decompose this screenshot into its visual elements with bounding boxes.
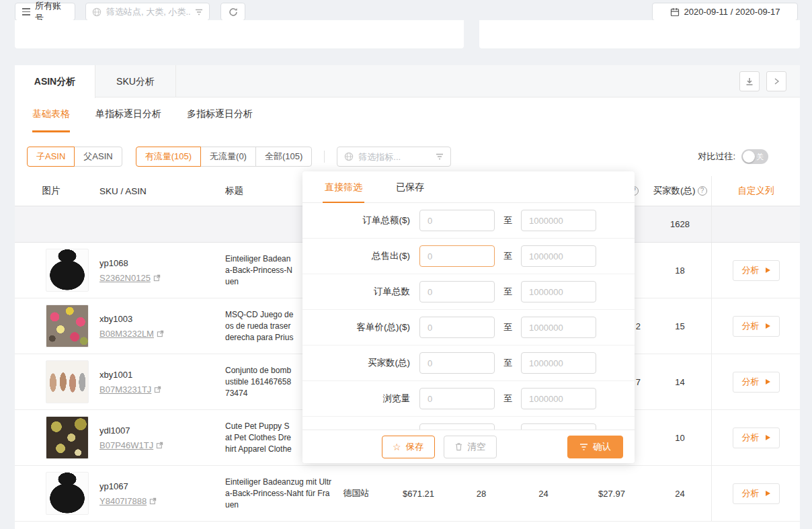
filter-all-traffic[interactable]: 全部(105): [255, 147, 312, 167]
buyers-cell: 10: [649, 433, 711, 443]
metric-filter-popup: 直接筛选 已保存 订单总额($) 至 总售出($) 至 订单总数 至 客单价(总…: [302, 171, 635, 463]
refresh-button[interactable]: [220, 3, 245, 21]
subtab-single-metric-daily[interactable]: 单指标逐日分析: [95, 97, 161, 132]
analyze-button[interactable]: 分析: [733, 316, 780, 337]
min-input[interactable]: [419, 245, 495, 267]
asin-link[interactable]: B08M3232LM: [99, 329, 164, 339]
analyze-button[interactable]: 分析: [733, 428, 780, 448]
max-input[interactable]: [521, 210, 596, 231]
chevron-right-icon: [772, 77, 780, 85]
toggle-knob: [743, 151, 755, 163]
popup-tab-direct-filter[interactable]: 直接筛选: [323, 171, 364, 203]
asin-link[interactable]: B07P46W1TJ: [99, 440, 163, 450]
external-link-icon: [149, 497, 157, 505]
star-icon: ☆: [393, 442, 401, 452]
price-cell: $27.97: [575, 489, 649, 499]
globe-icon: [344, 152, 354, 161]
analyze-button[interactable]: 分析: [733, 483, 780, 504]
site-cell: 德国站: [326, 487, 387, 499]
tab-sku-analysis[interactable]: SKU分析: [95, 65, 176, 97]
subtab-multi-metric-daily[interactable]: 多指标逐日分析: [187, 97, 253, 132]
asin-type-group: 子ASIN 父ASIN: [27, 147, 122, 167]
all-accounts-button[interactable]: 所有账号: [15, 3, 75, 21]
expand-button[interactable]: [766, 71, 786, 91]
summary-card-right: [479, 20, 800, 48]
save-button[interactable]: ☆ 保存: [382, 436, 435, 458]
min-input[interactable]: [419, 317, 495, 338]
metric-filter-dropdown[interactable]: [337, 147, 451, 167]
subtabs: 基础表格 单指标逐日分析 多指标逐日分析: [15, 97, 800, 132]
to-label: 至: [503, 321, 512, 333]
product-image: [46, 249, 89, 292]
min-input[interactable]: [419, 388, 495, 409]
product-title: Einteiliger Badeanzug mit Ultra-Back-Pri…: [202, 477, 326, 511]
popup-tab-saved[interactable]: 已保存: [394, 171, 426, 203]
refresh-icon: [228, 7, 239, 17]
analyze-button[interactable]: 分析: [733, 260, 780, 281]
asin-link[interactable]: Y8407I7888: [99, 496, 157, 506]
metric-filter-input[interactable]: [358, 152, 431, 162]
tab-asin-analysis[interactable]: ASIN分析: [15, 65, 95, 98]
play-icon: [766, 491, 770, 496]
sku-code: xby1001: [99, 370, 202, 380]
filter-child-asin[interactable]: 子ASIN: [27, 147, 75, 167]
filter-label: 订单总数: [316, 286, 410, 298]
min-input[interactable]: [419, 210, 495, 231]
compare-past-toggle[interactable]: 关: [741, 149, 768, 164]
play-icon: [766, 268, 770, 273]
divider: [324, 151, 325, 163]
trash-icon: [454, 442, 463, 451]
tabstrip: ASIN分析 SKU分析: [15, 65, 800, 97]
popup-filter-row: 买家数(总) 至: [302, 345, 635, 381]
filter-with-traffic[interactable]: 有流量(105): [136, 147, 201, 167]
to-label: 至: [503, 250, 512, 262]
external-link-icon: [156, 442, 163, 449]
popup-filter-row: 订单总额($) 至: [302, 203, 635, 239]
site-filter-input[interactable]: [106, 7, 190, 17]
tab-actions: [739, 65, 800, 97]
min-input[interactable]: [419, 281, 495, 302]
site-category-filter[interactable]: [85, 3, 210, 21]
buyers-cell: 24: [649, 489, 711, 499]
clear-button[interactable]: 清空: [444, 436, 497, 458]
popup-footer: ☆ 保存 清空 确认: [302, 430, 635, 463]
orders-cell: 24: [512, 489, 575, 499]
max-input[interactable]: [521, 317, 596, 338]
summary-buyers-total: 1628: [649, 219, 711, 229]
toggle-off-label: 关: [756, 152, 764, 162]
col-header-sku-asin: SKU / ASIN: [87, 186, 202, 196]
subtab-basic-table[interactable]: 基础表格: [32, 97, 70, 132]
to-label: 至: [503, 286, 512, 298]
question-icon[interactable]: ?: [698, 186, 707, 196]
product-image: [46, 416, 89, 459]
to-label: 至: [503, 393, 512, 405]
order-total-cell: $671.21: [387, 489, 450, 499]
filter-no-traffic[interactable]: 无流量(0): [200, 147, 256, 167]
to-label: 至: [503, 214, 512, 227]
asin-link[interactable]: S2362N0125: [99, 273, 161, 283]
max-input[interactable]: [521, 281, 596, 302]
download-button[interactable]: [739, 71, 760, 91]
summary-card-left: [15, 20, 464, 48]
filter-label: 浏览量: [316, 393, 410, 405]
max-input[interactable]: [521, 388, 596, 409]
max-input[interactable]: [521, 245, 596, 267]
col-header-buyers-total: 买家数(总)?: [649, 185, 711, 197]
date-range-picker[interactable]: 2020-09-11 / 2020-09-17: [652, 3, 798, 21]
product-image: [46, 472, 89, 515]
traffic-group: 有流量(105) 无流量(0) 全部(105): [136, 147, 313, 167]
confirm-button[interactable]: 确认: [567, 436, 623, 458]
filter-label: 客单价(总)($): [316, 321, 410, 333]
sku-code: ydl1007: [99, 425, 202, 436]
analyze-button[interactable]: 分析: [733, 372, 780, 393]
download-icon: [745, 77, 754, 86]
menu-icon: [22, 8, 30, 15]
custom-columns-button[interactable]: 自定义列: [711, 176, 800, 206]
date-range-value: 2020-09-11 / 2020-09-17: [684, 7, 780, 17]
filter-parent-asin[interactable]: 父ASIN: [74, 147, 122, 167]
popup-filter-row: 订单总数 至: [302, 274, 635, 310]
max-input[interactable]: [521, 352, 596, 374]
asin-link[interactable]: B07M3231TJ: [99, 384, 161, 395]
play-icon: [766, 323, 770, 329]
min-input[interactable]: [419, 352, 495, 374]
